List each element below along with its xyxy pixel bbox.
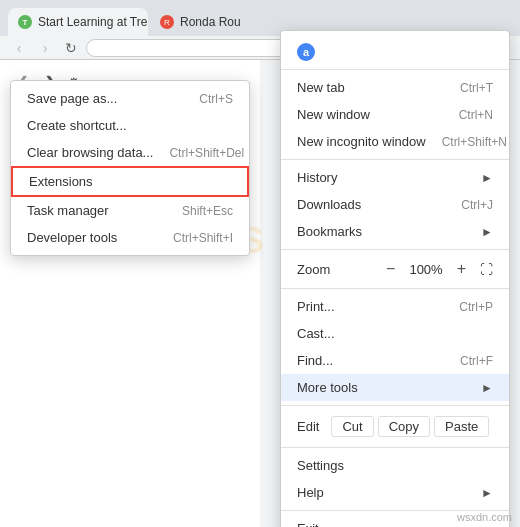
chrome-menu-downloads-shortcut: Ctrl+J	[461, 198, 493, 212]
treehouse-favicon: T	[18, 15, 32, 29]
chrome-context-menu: a New tab Ctrl+T New window Ctrl+N New i…	[280, 30, 510, 527]
chrome-menu-find-label: Find...	[297, 353, 333, 368]
chrome-menu-downloads-label: Downloads	[297, 197, 361, 212]
chrome-menu-history[interactable]: History ►	[281, 164, 509, 191]
divider-6	[281, 447, 509, 448]
menu-clear-browsing[interactable]: Clear browsing data... Ctrl+Shift+Del	[11, 139, 249, 166]
chrome-menu-find-shortcut: Ctrl+F	[460, 354, 493, 368]
edit-paste-button[interactable]: Paste	[434, 416, 489, 437]
chrome-menu-help-label: Help	[297, 485, 324, 500]
menu-create-shortcut[interactable]: Create shortcut...	[11, 112, 249, 139]
chrome-menu-more-tools-label: More tools	[297, 380, 358, 395]
menu-clear-browsing-label: Clear browsing data...	[27, 145, 153, 160]
menu-developer-tools[interactable]: Developer tools Ctrl+Shift+I	[11, 224, 249, 251]
chrome-menu-new-tab-label: New tab	[297, 80, 345, 95]
edit-copy-button[interactable]: Copy	[378, 416, 430, 437]
tab-ronda-label: Ronda Rou	[180, 15, 241, 29]
menu-developer-tools-label: Developer tools	[27, 230, 117, 245]
chrome-menu-zoom[interactable]: Zoom − 100% + ⛶	[281, 254, 509, 284]
menu-save-page[interactable]: Save page as... Ctrl+S	[11, 85, 249, 112]
chrome-menu-new-incognito-shortcut: Ctrl+Shift+N	[442, 135, 507, 149]
chrome-menu-exit-label: Exit	[297, 521, 319, 527]
watermark: wsxdn.com	[457, 511, 512, 523]
tab-treehouse-label: Start Learning at Tree	[38, 15, 148, 29]
menu-extensions-label: Extensions	[29, 174, 93, 189]
divider-1	[281, 69, 509, 70]
chrome-menu-bookmarks-label: Bookmarks	[297, 224, 362, 239]
chrome-menu-new-incognito-label: New incognito window	[297, 134, 426, 149]
chrome-menu-edit: Edit Cut Copy Paste	[281, 410, 509, 443]
chrome-menu-help[interactable]: Help ►	[281, 479, 509, 506]
divider-2	[281, 159, 509, 160]
chrome-menu-edit-label: Edit	[297, 419, 319, 434]
help-arrow-icon: ►	[481, 486, 493, 500]
zoom-value: 100%	[409, 262, 442, 277]
menu-developer-tools-shortcut: Ctrl+Shift+I	[173, 231, 233, 245]
chrome-menu-settings-label: Settings	[297, 458, 344, 473]
zoom-fullscreen-icon[interactable]: ⛶	[480, 262, 493, 277]
divider-5	[281, 405, 509, 406]
chrome-menu-new-tab[interactable]: New tab Ctrl+T	[281, 74, 509, 101]
menu-save-page-label: Save page as...	[27, 91, 117, 106]
forward-button[interactable]: ›	[34, 37, 56, 59]
menu-create-shortcut-label: Create shortcut...	[27, 118, 127, 133]
tab-treehouse[interactable]: T Start Learning at Tree	[8, 8, 148, 36]
chrome-menu-bookmarks[interactable]: Bookmarks ►	[281, 218, 509, 245]
edit-cut-button[interactable]: Cut	[331, 416, 373, 437]
menu-save-page-shortcut: Ctrl+S	[199, 92, 233, 106]
chrome-menu-new-window-shortcut: Ctrl+N	[459, 108, 493, 122]
chrome-avatar: a	[297, 43, 315, 61]
zoom-plus-icon[interactable]: +	[457, 260, 466, 278]
chrome-menu-print[interactable]: Print... Ctrl+P	[281, 293, 509, 320]
chrome-menu-new-window[interactable]: New window Ctrl+N	[281, 101, 509, 128]
refresh-button[interactable]: ↻	[60, 37, 82, 59]
divider-4	[281, 288, 509, 289]
chrome-menu-find[interactable]: Find... Ctrl+F	[281, 347, 509, 374]
chrome-menu-new-window-label: New window	[297, 107, 370, 122]
chrome-menu-new-tab-shortcut: Ctrl+T	[460, 81, 493, 95]
chrome-menu-print-shortcut: Ctrl+P	[459, 300, 493, 314]
menu-task-manager[interactable]: Task manager Shift+Esc	[11, 197, 249, 224]
chrome-menu-cast[interactable]: Cast...	[281, 320, 509, 347]
chrome-menu-history-label: History	[297, 170, 337, 185]
chrome-menu-print-label: Print...	[297, 299, 335, 314]
chrome-menu-settings[interactable]: Settings	[281, 452, 509, 479]
zoom-minus-icon[interactable]: −	[386, 260, 395, 278]
menu-task-manager-shortcut: Shift+Esc	[182, 204, 233, 218]
chrome-menu-header: a	[281, 35, 509, 65]
divider-3	[281, 249, 509, 250]
chrome-menu-downloads[interactable]: Downloads Ctrl+J	[281, 191, 509, 218]
chrome-menu-more-tools[interactable]: More tools ►	[281, 374, 509, 401]
chrome-menu-new-incognito[interactable]: New incognito window Ctrl+Shift+N	[281, 128, 509, 155]
back-button[interactable]: ‹	[8, 37, 30, 59]
more-tools-arrow-icon: ►	[481, 381, 493, 395]
page-context-menu: Save page as... Ctrl+S Create shortcut..…	[10, 80, 250, 256]
bookmarks-arrow-icon: ►	[481, 225, 493, 239]
menu-task-manager-label: Task manager	[27, 203, 109, 218]
history-arrow-icon: ►	[481, 171, 493, 185]
ronda-favicon: R	[160, 15, 174, 29]
menu-extensions[interactable]: Extensions	[11, 166, 249, 197]
chrome-menu-cast-label: Cast...	[297, 326, 335, 341]
menu-clear-browsing-shortcut: Ctrl+Shift+Del	[169, 146, 244, 160]
chrome-menu-zoom-label: Zoom	[297, 262, 330, 277]
tab-ronda[interactable]: R Ronda Rou	[150, 8, 251, 36]
